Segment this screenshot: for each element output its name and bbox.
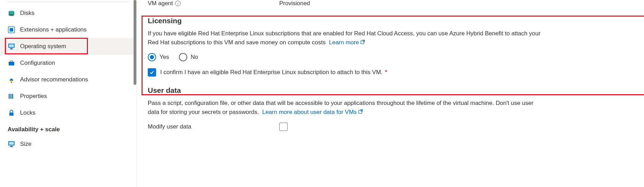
radio-yes[interactable]: Yes <box>148 53 169 61</box>
sidebar-item-extensions[interactable]: Extensions + applications <box>0 21 136 38</box>
svg-rect-9 <box>9 62 14 63</box>
sidebar-item-locks[interactable]: Locks <box>0 105 136 121</box>
user-data-desc: Pass a script, configuration file, or ot… <box>148 99 544 116</box>
sidebar: Disks Extensions + applications Operatin… <box>0 0 137 187</box>
svg-rect-12 <box>9 94 10 99</box>
properties-icon <box>8 92 15 100</box>
info-icon[interactable]: i <box>175 1 181 6</box>
svg-rect-3 <box>10 28 13 32</box>
divider <box>8 2 129 2</box>
user-data-title: User data <box>148 86 544 95</box>
advisor-icon <box>8 76 15 83</box>
main-content: VM agent i Provisioned Licensing If you … <box>137 0 644 187</box>
sidebar-item-label: Disks <box>20 10 35 17</box>
radio-no[interactable]: No <box>179 53 198 61</box>
sidebar-item-configuration[interactable]: Configuration <box>0 55 136 71</box>
svg-rect-11 <box>11 82 12 83</box>
radio-no-label: No <box>191 54 198 61</box>
vm-agent-value: Provisioned <box>279 0 310 7</box>
sidebar-item-label: Properties <box>20 93 47 100</box>
disks-icon <box>8 9 15 17</box>
toolbox-icon <box>8 59 15 67</box>
vm-agent-label: VM agent i <box>148 0 279 7</box>
sidebar-item-advisor[interactable]: Advisor recommendations <box>0 71 136 88</box>
confirm-checkbox[interactable] <box>148 68 156 77</box>
svg-rect-19 <box>10 146 13 147</box>
learn-more-text: Learn more <box>329 39 359 46</box>
licensing-radio-group: Yes No <box>148 53 544 61</box>
vm-agent-label-text: VM agent <box>148 0 173 7</box>
modify-user-data-row: Modify user data <box>148 123 544 131</box>
sidebar-item-label: Extensions + applications <box>20 26 87 33</box>
confirm-checkbox-row: I confirm I have an eligible Red Hat Ent… <box>148 68 544 77</box>
scrollbar[interactable] <box>134 0 136 85</box>
confirm-text: I confirm I have an eligible Red Hat Ent… <box>160 69 383 75</box>
sidebar-item-properties[interactable]: Properties <box>0 88 136 105</box>
svg-rect-17 <box>9 142 14 145</box>
radio-circle-checked <box>148 53 156 61</box>
licensing-learn-more-link[interactable]: Learn more <box>329 39 365 46</box>
radio-yes-label: Yes <box>160 54 169 61</box>
user-data-learn-more-link[interactable]: Learn more about user data for VMs <box>262 109 363 115</box>
licensing-title: Licensing <box>148 17 544 25</box>
required-asterisk: * <box>383 69 387 75</box>
external-link-icon <box>358 108 363 117</box>
svg-rect-14 <box>12 94 13 99</box>
modify-user-data-label: Modify user data <box>148 123 279 130</box>
modify-user-data-checkbox[interactable] <box>279 123 288 131</box>
lock-icon <box>8 109 15 117</box>
svg-rect-18 <box>10 146 12 146</box>
sidebar-item-label: Size <box>20 141 31 148</box>
sidebar-item-disks[interactable]: Disks <box>0 5 136 21</box>
sidebar-item-label: Configuration <box>20 60 55 66</box>
confirm-label: I confirm I have an eligible Red Hat Ent… <box>160 69 387 76</box>
vm-agent-row: VM agent i Provisioned <box>148 0 544 7</box>
svg-rect-13 <box>10 94 11 99</box>
sidebar-item-label: Locks <box>20 109 35 116</box>
radio-circle <box>179 53 187 61</box>
sidebar-item-label: Advisor recommendations <box>20 76 88 83</box>
sidebar-group-availability: Availability + scale <box>0 121 136 136</box>
extensions-icon <box>8 26 15 34</box>
learn-more-text: Learn more about user data for VMs <box>262 109 357 115</box>
svg-rect-15 <box>9 113 13 116</box>
external-link-icon <box>360 38 365 47</box>
sidebar-item-size[interactable]: Size <box>0 136 136 152</box>
size-icon <box>8 140 15 148</box>
licensing-desc: If you have eligible Red Hat Enterprise … <box>148 29 544 47</box>
highlight-box-os <box>5 38 88 54</box>
